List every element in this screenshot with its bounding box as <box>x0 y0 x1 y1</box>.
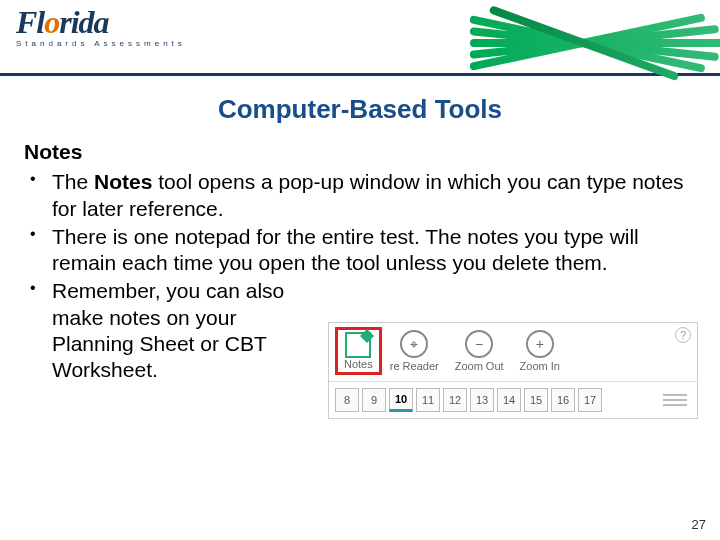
brand-text-post: rida <box>59 4 108 40</box>
menu-icon[interactable] <box>663 394 691 406</box>
palm-decoration <box>430 0 720 95</box>
question-number-button[interactable]: 10 <box>389 388 413 412</box>
page-number: 27 <box>692 517 706 532</box>
question-nav-row: 891011121314151617 <box>329 382 697 418</box>
line-reader-label: re Reader <box>390 360 439 372</box>
page-title: Computer-Based Tools <box>0 94 720 125</box>
bullet-bold: Notes <box>94 170 152 193</box>
bullet-text: Remember, you can also make notes on you… <box>52 278 302 383</box>
zoom-in-label: Zoom In <box>520 360 560 372</box>
section-heading: Notes <box>24 139 696 165</box>
brand-text-accent: o <box>44 4 59 40</box>
brand-text-pre: Fl <box>16 4 44 40</box>
line-reader-tool[interactable]: ⌖ re Reader <box>390 330 439 372</box>
brand-logo: Florida Standards Assessments <box>16 8 186 48</box>
question-number-button[interactable]: 13 <box>470 388 494 412</box>
bullet-text: There is one notepad for the entire test… <box>52 225 639 274</box>
question-number-button[interactable]: 16 <box>551 388 575 412</box>
question-number-button[interactable]: 9 <box>362 388 386 412</box>
toolbar-top-row: ? Notes ⌖ re Reader − Zoom Out + Zoom In <box>329 323 697 382</box>
question-number-button[interactable]: 17 <box>578 388 602 412</box>
zoom-out-label: Zoom Out <box>455 360 504 372</box>
question-number-button[interactable]: 15 <box>524 388 548 412</box>
notes-tool-highlight: Notes <box>335 327 382 375</box>
bullet-text: The <box>52 170 94 193</box>
brand-subtitle: Standards Assessments <box>16 39 186 48</box>
question-number-button[interactable]: 14 <box>497 388 521 412</box>
zoom-out-tool[interactable]: − Zoom Out <box>455 330 504 372</box>
line-reader-icon: ⌖ <box>400 330 428 358</box>
notes-icon[interactable] <box>345 332 371 358</box>
notes-label: Notes <box>344 358 373 370</box>
list-item: The Notes tool opens a pop-up window in … <box>24 169 696 222</box>
help-icon[interactable]: ? <box>675 327 691 343</box>
list-item: There is one notepad for the entire test… <box>24 224 696 277</box>
question-number-button[interactable]: 12 <box>443 388 467 412</box>
slide-header: Florida Standards Assessments <box>0 0 720 76</box>
zoom-out-icon: − <box>465 330 493 358</box>
brand-wordmark: Florida <box>16 8 186 37</box>
zoom-in-icon: + <box>526 330 554 358</box>
question-number-button[interactable]: 11 <box>416 388 440 412</box>
question-number-button[interactable]: 8 <box>335 388 359 412</box>
zoom-in-tool[interactable]: + Zoom In <box>520 330 560 372</box>
toolbar-screenshot: ? Notes ⌖ re Reader − Zoom Out + Zoom In… <box>328 322 698 419</box>
